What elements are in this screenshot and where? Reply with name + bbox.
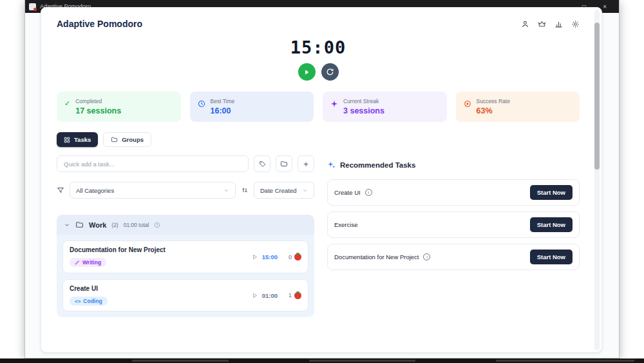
- clock-icon: [198, 100, 205, 108]
- taskbar-segment: [309, 360, 415, 362]
- start-now-button[interactable]: Start Now: [530, 217, 573, 232]
- content-columns: + All Categories Date Created: [57, 155, 580, 317]
- pen-icon: [75, 260, 80, 265]
- clock-icon: [154, 222, 160, 228]
- recommended-item-label: Create UI: [334, 189, 361, 196]
- recommended-item: Documentation for New Project i Start No…: [327, 244, 580, 270]
- recommended-header: Recommended Tasks: [327, 161, 580, 169]
- folder-icon: [111, 136, 118, 143]
- play-outline-icon[interactable]: [252, 254, 258, 260]
- stat-card-best-time: Best Time 16:00: [190, 92, 314, 122]
- recommended-item-label: Documentation for New Project: [334, 253, 419, 260]
- stat-card-completed: ✓ Completed 17 sessions: [57, 92, 181, 122]
- pomodoro-count-value: 0: [289, 254, 292, 260]
- check-icon: ✓: [64, 100, 70, 107]
- tomato-icon: [294, 253, 301, 260]
- code-icon: <>: [75, 299, 80, 304]
- info-icon[interactable]: i: [365, 189, 372, 196]
- recommended-item-title: Exercise: [334, 221, 357, 228]
- stat-label: Success Rate: [477, 98, 510, 104]
- task-tag-writing: Writing: [70, 258, 106, 267]
- play-outline-icon[interactable]: [252, 293, 258, 299]
- task-row[interactable]: Create UI <> Coding 01:00: [62, 279, 308, 311]
- task-title: Documentation for New Project: [70, 246, 166, 253]
- tag-icon: [259, 161, 266, 168]
- recommended-item-title: Documentation for New Project i: [334, 253, 430, 260]
- task-info: Documentation for New Project Writing: [70, 246, 166, 268]
- header-toolbar: [521, 20, 580, 28]
- task-info: Create UI <> Coding: [70, 285, 108, 306]
- stat-card-success-rate: Success Rate 63%: [456, 92, 580, 122]
- recommended-item-title: Create UI i: [334, 189, 372, 196]
- folder-icon: [75, 221, 84, 229]
- task-title: Create UI: [70, 285, 108, 292]
- stats-row: ✓ Completed 17 sessions Best Time 16:00: [57, 92, 580, 122]
- group-total-time: 01:00 total: [124, 222, 149, 228]
- page-title: Adaptive Pomodoro: [57, 19, 142, 29]
- plus-icon: +: [303, 160, 308, 168]
- task-group-work: Work (2) 01:00 total Documentation for N…: [57, 215, 314, 317]
- taskbar-segment: [132, 360, 229, 362]
- quick-add-row: +: [57, 155, 314, 172]
- tag-button[interactable]: [254, 155, 270, 172]
- recommended-title: Recommended Tasks: [340, 161, 415, 169]
- main-panel: Adaptive Pomodoro 15:00: [41, 7, 602, 353]
- tab-groups[interactable]: Groups: [103, 132, 151, 147]
- start-timer-button[interactable]: [298, 63, 316, 81]
- scrollbar[interactable]: [594, 10, 600, 350]
- reset-timer-button[interactable]: [321, 63, 339, 81]
- group-name: Work: [89, 221, 106, 229]
- group-task-list: Documentation for New Project Writing 15…: [57, 235, 314, 317]
- filter-icon: [57, 186, 64, 194]
- sort-select[interactable]: Date Created: [254, 182, 314, 199]
- tab-groups-label: Groups: [122, 136, 144, 143]
- stat-value: 3 sessions: [343, 106, 384, 115]
- stats-chart-icon[interactable]: [554, 20, 563, 28]
- chevron-down-icon: [223, 188, 229, 193]
- tomato-icon: [294, 292, 301, 299]
- os-taskbar[interactable]: [0, 358, 644, 363]
- stat-value: 16:00: [211, 106, 235, 115]
- group-header[interactable]: Work (2) 01:00 total: [57, 215, 314, 235]
- target-icon: [464, 100, 471, 108]
- group-task-count: (2): [111, 222, 118, 228]
- recommended-item-label: Exercise: [334, 221, 357, 228]
- add-task-button[interactable]: +: [298, 155, 314, 172]
- achievements-crown-icon[interactable]: [538, 20, 546, 28]
- task-meta: 01:00 1: [252, 292, 301, 299]
- tab-tasks-label: Tasks: [74, 136, 91, 143]
- task-tag-label: Writing: [82, 259, 101, 266]
- tab-tasks[interactable]: Tasks: [57, 132, 98, 147]
- reset-icon: [326, 68, 334, 76]
- task-row[interactable]: Documentation for New Project Writing 15…: [62, 240, 308, 273]
- scrollbar-thumb[interactable]: [594, 23, 600, 170]
- folder-icon: [280, 160, 288, 168]
- quick-add-input[interactable]: [57, 155, 249, 172]
- recommended-item: Exercise Start Now: [327, 211, 580, 238]
- category-filter-value: All Categories: [76, 187, 114, 194]
- category-filter-select[interactable]: All Categories: [70, 182, 236, 199]
- tasks-column: + All Categories Date Created: [57, 155, 314, 317]
- taskbar-segment: [496, 360, 634, 362]
- start-now-button[interactable]: Start Now: [530, 250, 573, 264]
- sort-select-value: Date Created: [260, 187, 297, 194]
- grid-icon: [64, 137, 70, 143]
- play-icon: [303, 68, 310, 76]
- group-folder-button[interactable]: [276, 155, 292, 172]
- settings-gear-icon[interactable]: [571, 20, 580, 28]
- stat-value: 17 sessions: [75, 106, 121, 115]
- recommended-item: Create UI i Start Now: [327, 179, 580, 206]
- chevron-down-icon: [302, 188, 308, 193]
- chevron-down-icon: [64, 222, 70, 228]
- start-now-button[interactable]: Start Now: [530, 185, 573, 200]
- sort-icon: [241, 186, 249, 194]
- app-header: Adaptive Pomodoro: [57, 19, 580, 29]
- app-window: Adaptive Pomodoro – ▢ ✕ Adaptive Pomodor…: [24, 0, 620, 358]
- task-pomodoro-count: 0: [289, 253, 301, 260]
- user-icon[interactable]: [521, 20, 529, 28]
- timer-display: 15:00: [57, 37, 580, 57]
- info-icon[interactable]: i: [423, 253, 430, 260]
- recommended-column: Recommended Tasks Create UI i Start Now …: [327, 155, 580, 270]
- stat-label: Current Streak: [343, 98, 384, 104]
- timer-section: 15:00: [57, 37, 580, 81]
